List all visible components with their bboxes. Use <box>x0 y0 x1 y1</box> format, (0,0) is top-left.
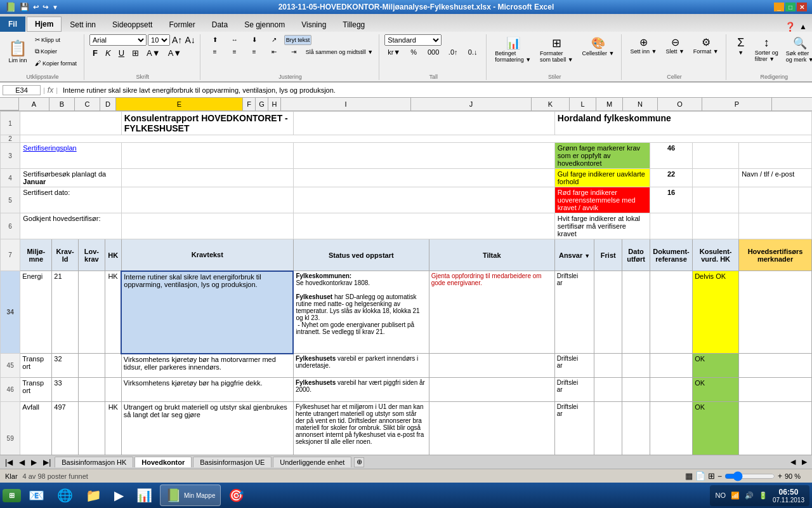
taskbar-explorer[interactable]: 📁 <box>81 485 107 506</box>
scroll-right-button[interactable]: ▶ <box>799 457 809 467</box>
maximize-button[interactable]: □ <box>785 3 796 11</box>
sertifiseringsplan-link[interactable]: Sertifiseringsplan <box>23 144 76 152</box>
col-header-c[interactable]: C <box>75 98 100 110</box>
col-header-l[interactable]: L <box>570 98 596 110</box>
spreadsheet-scroll[interactable]: A B C D E F G H I J K L M N O P <box>0 98 812 455</box>
underline-button[interactable]: U <box>115 47 128 59</box>
cell-e1[interactable]: Konsulentrapport HOVEDKONTORET - FYLKESH… <box>121 112 293 135</box>
font-size-select[interactable]: 10 <box>148 34 170 46</box>
paste-button[interactable]: 📋 Lim inn <box>5 37 30 65</box>
taskbar-media[interactable]: ▶ <box>109 485 129 506</box>
taskbar-outlook[interactable]: 📧 <box>23 485 49 506</box>
decrease-decimal-button[interactable]: 0.↓ <box>463 47 482 57</box>
find-select-button[interactable]: 🔍Søk etterog merk ▼ <box>783 34 812 65</box>
increase-indent-button[interactable]: ⇥ <box>284 46 303 57</box>
tab-sideoppsett[interactable]: Sideoppsett <box>104 17 160 32</box>
col-header-a[interactable]: A <box>19 98 49 110</box>
align-left-button[interactable]: ≡ <box>206 46 225 57</box>
cell-styles-button[interactable]: 🎨 Cellestiler ▼ <box>579 34 618 65</box>
wrap-text-button[interactable]: Bryt tekst <box>284 35 312 45</box>
quick-access-save[interactable]: 💾 <box>20 3 29 11</box>
tab-se-gjennom[interactable]: Se gjennom <box>236 17 293 32</box>
quick-access-undo[interactable]: ↩ <box>33 3 39 11</box>
decrease-font-button[interactable]: A↓ <box>184 34 195 46</box>
zoom-out-button[interactable]: − <box>717 472 722 481</box>
merge-center-button[interactable]: Slå sammen og midtstill ▼ <box>304 47 375 57</box>
tab-formler[interactable]: Formler <box>160 17 203 32</box>
percent-button[interactable]: % <box>404 47 423 57</box>
col-header-e[interactable]: E <box>116 98 243 110</box>
col-header-j[interactable]: J <box>411 98 532 110</box>
conditional-format-button[interactable]: 📊 Betingetformatering ▼ <box>492 34 534 65</box>
format-cell-button[interactable]: ⚙Format ▼ <box>690 34 722 57</box>
insert-cell-button[interactable]: ⊕Sett inn ▼ <box>627 34 660 57</box>
border-button[interactable]: ⊞ <box>129 47 142 59</box>
cell-i1[interactable] <box>293 112 554 135</box>
close-button[interactable]: ✕ <box>797 3 807 11</box>
minimize-ribbon-icon[interactable]: ▲ <box>799 22 807 31</box>
zoom-slider[interactable] <box>724 471 775 481</box>
align-right-button[interactable]: ≡ <box>245 46 264 57</box>
decrease-indent-button[interactable]: ⇤ <box>265 46 284 57</box>
col-header-o[interactable]: O <box>658 98 702 110</box>
col-header-p[interactable]: P <box>702 98 772 110</box>
col-header-i[interactable]: I <box>281 98 411 110</box>
sheet-nav-prev[interactable]: ◀ <box>16 457 27 468</box>
sheet-nav-last[interactable]: ▶| <box>41 457 53 468</box>
quick-access-dropdown[interactable]: ▼ <box>52 4 58 11</box>
insert-sheet-button[interactable]: ⊕ <box>354 457 364 467</box>
col-header-m[interactable]: M <box>596 98 623 110</box>
sheet-tab-basisinfo-hk[interactable]: Basisinformasjon HK <box>55 457 133 467</box>
fill-color-button[interactable]: A▼ <box>143 47 164 59</box>
col-header-d[interactable]: D <box>100 98 116 110</box>
quick-access-redo[interactable]: ↪ <box>43 3 48 11</box>
sort-filter-button[interactable]: ↕Sorter ogfiltrer ▼ <box>752 34 782 65</box>
start-button[interactable]: ⊞ <box>3 489 21 502</box>
help-icon[interactable]: ❓ <box>785 22 796 32</box>
col-header-k[interactable]: K <box>532 98 570 110</box>
col-header-g[interactable]: G <box>256 98 268 110</box>
normal-view-icon[interactable]: ▦ <box>685 471 693 481</box>
sheet-nav-first[interactable]: |◀ <box>3 457 15 468</box>
taskbar-ie[interactable]: 🌐 <box>52 485 78 506</box>
tab-data[interactable]: Data <box>204 17 236 32</box>
increase-font-button[interactable]: A↑ <box>171 34 183 46</box>
font-color-button[interactable]: A▼ <box>165 47 185 59</box>
tab-sett-inn[interactable]: Sett inn <box>62 17 104 32</box>
taskbar-excel-active[interactable]: 📗 Min Mappe <box>160 485 221 506</box>
format-table-button[interactable]: ⊞ Formatersom tabell ▼ <box>537 34 576 65</box>
align-center-button[interactable]: ≡ <box>225 46 244 57</box>
col-header-f[interactable]: F <box>243 98 256 110</box>
number-format-select[interactable]: Standard <box>384 34 442 46</box>
delete-cell-button[interactable]: ⊖Slett ▼ <box>662 34 687 57</box>
formula-input[interactable] <box>60 86 809 95</box>
align-top-button[interactable]: ⬆ <box>206 34 225 45</box>
page-break-icon[interactable]: ⊞ <box>708 471 715 481</box>
page-layout-icon[interactable]: 📄 <box>695 471 705 481</box>
sum-button[interactable]: Σ▼ <box>731 34 750 65</box>
thousands-button[interactable]: 000 <box>424 47 443 57</box>
filter-dropdown-icon[interactable]: ▼ <box>584 253 590 259</box>
scroll-left-button[interactable]: ◀ <box>788 457 798 467</box>
increase-decimal-button[interactable]: .0↑ <box>443 47 462 57</box>
cut-button[interactable]: ✂Klipp ut <box>32 34 80 45</box>
zoom-in-button[interactable]: + <box>778 472 782 481</box>
tab-fil[interactable]: Fil <box>0 17 25 32</box>
sheet-nav-next[interactable]: ▶ <box>29 457 39 468</box>
copy-button[interactable]: ⧉Kopier <box>32 46 80 57</box>
zoom-level[interactable]: 90 % <box>785 472 807 480</box>
cell-a1[interactable] <box>20 112 122 135</box>
font-family-select[interactable]: Arial <box>89 34 147 46</box>
format-painter-button[interactable]: 🖌Kopier format <box>32 58 80 69</box>
tab-tillegg[interactable]: Tillegg <box>334 17 373 32</box>
tab-visning[interactable]: Visning <box>293 17 334 32</box>
align-bottom-button[interactable]: ⬇ <box>245 34 264 45</box>
taskbar-other[interactable]: 🎯 <box>223 485 249 506</box>
taskbar-powerpoint[interactable]: 📊 <box>131 485 157 506</box>
italic-button[interactable]: K <box>102 47 114 59</box>
bold-button[interactable]: F <box>89 47 101 59</box>
align-middle-button[interactable]: ↔ <box>225 34 244 45</box>
minimize-button[interactable]: _ <box>774 3 784 11</box>
col-header-b[interactable]: B <box>49 98 75 110</box>
sheet-tab-basisinfo-ue[interactable]: Basisinformasjon UE <box>193 457 272 467</box>
